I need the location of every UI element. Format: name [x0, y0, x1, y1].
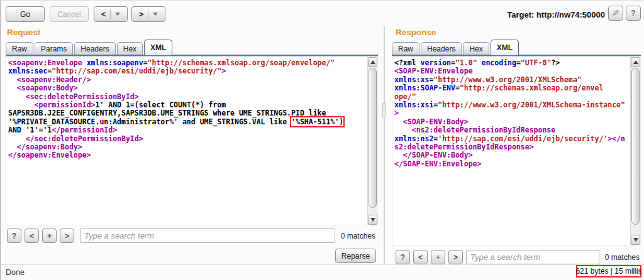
request-search-prev-button[interactable]: < [25, 229, 39, 243]
edit-target-button[interactable]: ✎ [608, 6, 623, 21]
request-vertical-scrollbar[interactable] [367, 57, 377, 225]
statusbar-separator [1, 264, 644, 265]
request-xml-code: <soapenv:Envelope xmlns:soapenv="http://… [8, 59, 367, 225]
chevron-down-icon[interactable] [153, 13, 158, 16]
reparse-button[interactable]: Reparse [335, 249, 376, 263]
request-xml-viewer[interactable]: <soapenv:Envelope xmlns:soapenv="http://… [6, 57, 378, 225]
response-tab-xml[interactable]: XML [491, 40, 519, 55]
request-tab-raw[interactable]: Raw [6, 42, 33, 55]
help-button[interactable]: ? [626, 6, 641, 21]
cancel-button[interactable]: Cancel [50, 6, 89, 22]
previous-request-button[interactable]: < [94, 6, 128, 22]
arrow-up-icon [633, 60, 638, 64]
scroll-up-button[interactable] [368, 57, 377, 67]
response-match-count: 0 matches [603, 253, 640, 262]
target-label: Target: http://nw74:50000 [507, 10, 605, 19]
go-button[interactable]: Go [6, 6, 45, 22]
scrollbar-thumb[interactable] [369, 68, 377, 208]
request-search-help-button[interactable]: ? [7, 229, 21, 243]
response-title: Response [396, 28, 436, 37]
response-xml-viewer[interactable]: <?xml version="1.0" encoding="UTF-8"?><S… [392, 57, 641, 245]
arrow-up-icon [370, 60, 375, 64]
next-request-button[interactable]: > [131, 6, 165, 22]
scroll-down-button[interactable] [368, 215, 377, 225]
next-glyph: > [139, 9, 144, 19]
scroll-down-button[interactable] [631, 235, 640, 245]
response-xml-code: <?xml version="1.0" encoding="UTF-8"?><S… [394, 59, 630, 245]
request-tab-params[interactable]: Params [35, 42, 73, 55]
chevron-down-icon[interactable] [115, 13, 120, 16]
panel-divider[interactable] [384, 26, 385, 265]
response-search-next-button[interactable]: > [448, 250, 463, 264]
response-stats-badge: 621 bytes | 15 millis [576, 265, 641, 277]
response-search-prev-button[interactable]: < [413, 250, 428, 264]
request-title: Request [7, 28, 40, 37]
request-tab-xml[interactable]: XML [144, 40, 172, 55]
response-tab-hex[interactable]: Hex [463, 42, 489, 55]
status-text: Done [6, 268, 25, 277]
request-tab-hex[interactable]: Hex [117, 42, 143, 55]
panel-divider-handle[interactable] [382, 103, 386, 118]
response-search-help-button[interactable]: ? [396, 250, 410, 264]
request-match-count: 0 matches [339, 232, 375, 240]
request-search-case-button[interactable]: + [42, 229, 57, 243]
request-search-next-button[interactable]: > [60, 229, 74, 243]
pencil-icon: ✎ [612, 8, 619, 18]
split-divider [148, 9, 148, 19]
arrow-down-icon [633, 238, 638, 242]
arrow-down-icon [370, 218, 375, 222]
response-search-case-button[interactable]: + [431, 250, 445, 264]
response-vertical-scrollbar[interactable] [630, 57, 640, 245]
response-tab-headers[interactable]: Headers [421, 42, 462, 55]
request-tabline [6, 55, 378, 57]
response-tab-raw[interactable]: Raw [392, 42, 419, 55]
response-search-input[interactable] [466, 250, 599, 264]
repeater-window: Go Cancel < > Target: http://nw74:50000 … [0, 0, 644, 280]
response-tabstrip: Raw Headers Hex XML [392, 38, 641, 55]
previous-glyph: < [101, 9, 106, 19]
split-divider [110, 9, 111, 19]
scroll-up-button[interactable] [631, 57, 640, 67]
request-tabstrip: Raw Params Headers Hex XML [6, 38, 378, 55]
scrollbar-thumb[interactable] [631, 68, 640, 225]
request-tab-headers[interactable]: Headers [74, 42, 115, 55]
request-search-input[interactable] [80, 229, 335, 243]
